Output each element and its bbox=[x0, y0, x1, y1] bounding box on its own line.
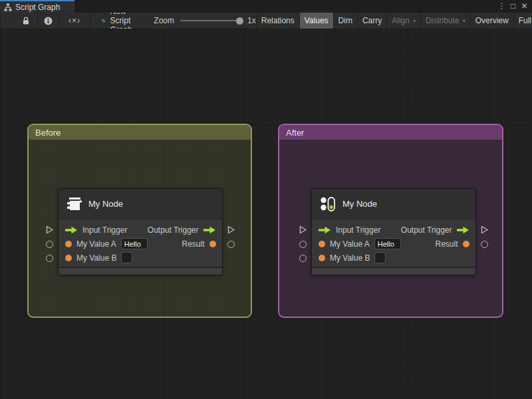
toolbar-divider bbox=[90, 13, 90, 29]
node-body[interactable]: My Node Input Trigger bbox=[58, 188, 223, 275]
maximize-icon[interactable]: □ bbox=[507, 0, 519, 13]
port-input-trigger[interactable]: Input Trigger bbox=[319, 223, 401, 237]
node-header[interactable]: My Node bbox=[59, 189, 222, 219]
circle-port-icon bbox=[46, 241, 53, 248]
zoom-label: Zoom bbox=[154, 16, 174, 25]
dim-button[interactable]: Dim bbox=[333, 13, 357, 29]
fullscreen-button[interactable]: Full Screen bbox=[513, 13, 532, 29]
graph-toolbar: ‹×› New Script Graph Zoom 1x Relations V… bbox=[0, 13, 532, 29]
triangle-port-icon bbox=[227, 225, 235, 234]
value-a-input[interactable] bbox=[374, 238, 401, 249]
node-footer bbox=[312, 267, 475, 275]
triangle-port-icon bbox=[299, 225, 307, 234]
flow-input-outer-port[interactable] bbox=[299, 225, 307, 234]
circle-port-icon bbox=[481, 241, 488, 248]
value-port-icon bbox=[209, 241, 216, 247]
flow-output-outer-port[interactable] bbox=[227, 225, 235, 234]
circle-port-icon bbox=[227, 241, 235, 248]
port-my-value-b[interactable]: My Value B bbox=[65, 251, 148, 265]
script-graph-asset-icon bbox=[102, 17, 106, 25]
flow-arrow-icon bbox=[319, 226, 331, 234]
port-output-trigger[interactable]: Output Trigger bbox=[148, 223, 216, 237]
value-port-icon bbox=[463, 241, 469, 247]
port-my-value-a[interactable]: My Value A bbox=[65, 237, 148, 251]
node-title: My Node bbox=[342, 199, 377, 209]
tab-bar: Script Graph ⋮ □ ✕ bbox=[0, 0, 532, 13]
node-body[interactable]: My Node Input Trigger bbox=[311, 188, 476, 275]
circle-port-icon bbox=[299, 255, 307, 262]
graph-canvas[interactable]: Before bbox=[0, 29, 532, 399]
node-footer bbox=[59, 267, 222, 275]
tab-script-graph[interactable]: Script Graph bbox=[0, 0, 74, 13]
zoom-control: Zoom 1x bbox=[154, 13, 255, 29]
default-unit-icon bbox=[66, 196, 82, 212]
value-a-outer-port[interactable] bbox=[45, 240, 54, 249]
value-a-outer-port[interactable] bbox=[299, 240, 307, 249]
chevron-down-icon: ▾ bbox=[413, 18, 416, 24]
port-my-value-a[interactable]: My Value A bbox=[319, 237, 401, 251]
distribute-dropdown[interactable]: Distribute ▾ bbox=[420, 13, 470, 29]
circle-port-icon bbox=[299, 241, 307, 248]
group-before[interactable]: Before bbox=[27, 124, 252, 318]
group-before-header[interactable]: Before bbox=[29, 125, 251, 140]
overview-button[interactable]: Overview bbox=[470, 13, 513, 29]
flow-input-outer-port[interactable] bbox=[45, 225, 54, 234]
flow-arrow-icon bbox=[203, 226, 216, 234]
flow-arrow-icon bbox=[65, 226, 78, 234]
port-result[interactable]: Result bbox=[436, 237, 469, 251]
group-after[interactable]: After bbox=[278, 124, 503, 318]
zoom-level: 1x bbox=[247, 16, 256, 25]
toolbar-right-buttons: Relations Values Dim Carry Align ▾ Distr… bbox=[256, 13, 532, 29]
group-title: Before bbox=[35, 128, 61, 138]
value-port-icon bbox=[319, 241, 325, 247]
flow-output-outer-port[interactable] bbox=[480, 225, 489, 234]
node-header[interactable]: My Node bbox=[312, 189, 475, 219]
value-b-input[interactable] bbox=[374, 252, 386, 263]
value-b-input[interactable] bbox=[121, 252, 132, 263]
node-title: My Node bbox=[88, 199, 123, 209]
script-graph-window: Script Graph ⋮ □ ✕ ‹×› bbox=[0, 0, 532, 399]
node-ports: Input Trigger My Value A My Value B bbox=[312, 219, 475, 267]
triangle-port-icon bbox=[45, 225, 54, 234]
tab-title: Script Graph bbox=[15, 3, 60, 12]
value-b-outer-port[interactable] bbox=[299, 254, 307, 263]
triangle-port-icon bbox=[480, 225, 489, 234]
node-my-node-before[interactable]: My Node Input Trigger bbox=[58, 188, 223, 275]
port-result[interactable]: Result bbox=[182, 237, 216, 251]
result-outer-port[interactable] bbox=[480, 240, 489, 249]
align-dropdown[interactable]: Align ▾ bbox=[386, 13, 420, 29]
port-output-trigger[interactable]: Output Trigger bbox=[401, 223, 469, 237]
result-outer-port[interactable] bbox=[227, 240, 235, 249]
circle-port-icon bbox=[46, 255, 53, 262]
zoom-slider-handle[interactable] bbox=[236, 17, 243, 25]
menu-icon[interactable]: ⋮ bbox=[496, 0, 507, 13]
lock-button[interactable] bbox=[15, 13, 37, 29]
port-input-trigger[interactable]: Input Trigger bbox=[65, 223, 148, 237]
flow-arrow-icon bbox=[457, 226, 469, 234]
carry-button[interactable]: Carry bbox=[357, 13, 386, 29]
value-port-icon bbox=[65, 241, 72, 247]
group-after-header[interactable]: After bbox=[279, 125, 502, 140]
lock-icon bbox=[22, 17, 30, 25]
group-title: After bbox=[286, 128, 304, 138]
relations-button[interactable]: Relations bbox=[256, 13, 299, 29]
window-controls: ⋮ □ ✕ bbox=[496, 0, 530, 13]
value-a-input[interactable] bbox=[121, 238, 148, 249]
values-button[interactable]: Values bbox=[299, 13, 333, 29]
info-button[interactable] bbox=[38, 13, 59, 29]
toolbar-divider bbox=[0, 13, 1, 29]
zoom-slider[interactable] bbox=[180, 20, 241, 21]
node-ports: Input Trigger My Value A My Value B bbox=[59, 219, 222, 267]
info-icon bbox=[44, 17, 53, 25]
new-script-graph-label: New Script Graph bbox=[110, 13, 138, 29]
node-my-node-after[interactable]: My Node Input Trigger bbox=[311, 188, 476, 275]
graph-hierarchy-icon bbox=[4, 3, 12, 11]
code-icon: ‹×› bbox=[68, 16, 80, 25]
port-my-value-b[interactable]: My Value B bbox=[319, 251, 401, 265]
code-view-button[interactable]: ‹×› bbox=[59, 13, 90, 29]
chevron-down-icon: ▾ bbox=[463, 18, 466, 24]
new-script-graph-button[interactable]: New Script Graph bbox=[95, 13, 144, 29]
value-b-outer-port[interactable] bbox=[45, 254, 54, 263]
close-icon[interactable]: ✕ bbox=[519, 0, 530, 13]
value-port-icon bbox=[319, 255, 325, 261]
